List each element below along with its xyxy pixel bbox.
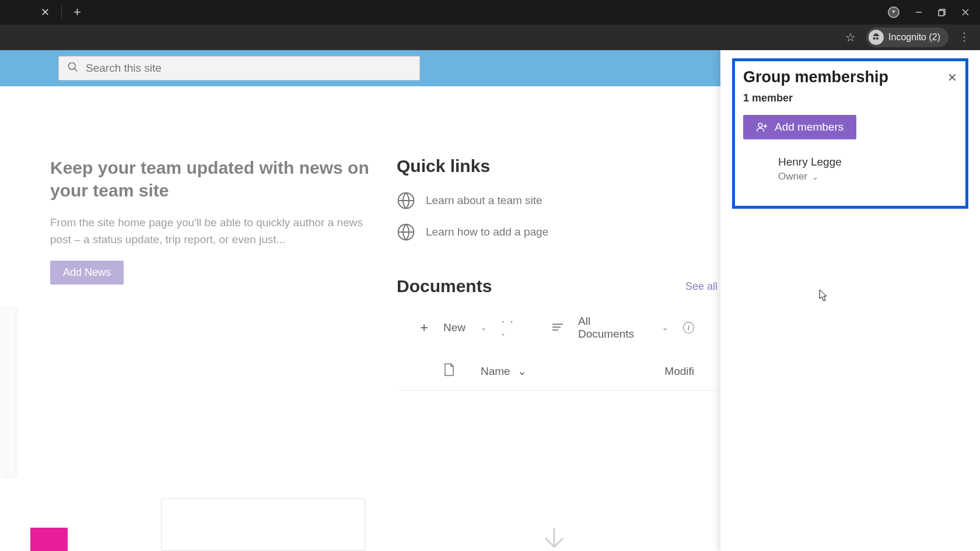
member-name: Henry Legge <box>778 156 842 169</box>
search-input[interactable] <box>86 62 411 75</box>
add-members-label: Add members <box>775 121 844 134</box>
bookmark-star-icon[interactable]: ☆ <box>845 30 856 44</box>
quick-links-title: Quick links <box>397 156 718 176</box>
tabs-area: ✕ + <box>0 0 93 24</box>
browser-tab-bar: ✕ + <box>0 0 980 24</box>
quick-link-item[interactable]: Learn about a team site <box>397 191 718 210</box>
account-menu-icon[interactable] <box>888 6 900 18</box>
mouse-cursor <box>819 289 828 302</box>
browser-menu-icon[interactable]: ⋮ <box>959 36 970 38</box>
globe-icon <box>397 223 415 241</box>
chevron-down-icon[interactable]: ⌄ <box>481 324 487 332</box>
add-news-button[interactable]: Add News <box>50 261 124 285</box>
chevron-down-icon: ⌄ <box>517 364 527 378</box>
news-section: Keep your team updated with news on your… <box>0 156 397 391</box>
search-box[interactable] <box>58 56 420 80</box>
right-column: Quick links Learn about a team site Lear… <box>397 156 718 391</box>
svg-point-15 <box>758 123 762 127</box>
view-lines-icon <box>552 321 563 334</box>
member-role-selector[interactable]: Owner ⌄ <box>778 171 842 183</box>
name-column-header[interactable]: Name ⌄ <box>481 364 641 378</box>
news-heading: Keep your team updated with news on your… <box>50 156 379 202</box>
globe-icon <box>397 191 415 210</box>
svg-rect-2 <box>939 10 944 16</box>
close-panel-icon[interactable]: ✕ <box>947 71 957 85</box>
new-button[interactable]: New <box>443 321 466 334</box>
close-window-button[interactable] <box>961 8 970 16</box>
member-count: 1 member <box>743 92 957 104</box>
window-controls <box>888 6 980 18</box>
view-selector[interactable]: All Documents <box>578 315 647 341</box>
lower-tiles <box>0 499 365 551</box>
member-row[interactable]: Henry Legge Owner ⌄ <box>743 156 957 183</box>
add-members-button[interactable]: Add members <box>743 115 856 139</box>
incognito-label: Incognito (2) <box>888 32 940 43</box>
incognito-badge[interactable]: Incognito (2) <box>866 27 949 47</box>
modified-column-header[interactable]: Modifi <box>664 365 694 378</box>
documents-table-header: Name ⌄ Modifi <box>397 348 718 391</box>
documents-header: Documents See all <box>397 276 718 296</box>
pink-tile <box>30 528 68 551</box>
more-actions-icon[interactable]: · · · <box>502 315 522 341</box>
quick-link-label: Learn how to add a page <box>426 226 548 238</box>
gray-tile[interactable] <box>161 499 365 551</box>
maximize-button[interactable] <box>938 8 946 16</box>
svg-point-5 <box>69 63 76 70</box>
file-type-column-icon[interactable] <box>443 363 457 380</box>
group-membership-panel: Group membership ✕ 1 member Add members … <box>720 50 980 551</box>
browser-toolbar: ☆ Incognito (2) ⋮ <box>0 24 980 50</box>
plus-icon: + <box>420 320 428 336</box>
chevron-down-icon[interactable]: ⌄ <box>662 324 668 332</box>
panel-highlight-box: Group membership ✕ 1 member Add members … <box>732 58 968 209</box>
chevron-down-icon: ⌄ <box>812 173 818 181</box>
download-arrow-icon <box>537 525 572 551</box>
new-tab-button[interactable]: + <box>62 5 93 20</box>
search-icon <box>67 61 79 75</box>
panel-title: Group membership <box>743 68 888 86</box>
documents-title: Documents <box>397 276 492 296</box>
incognito-icon <box>869 30 884 45</box>
quick-link-item[interactable]: Learn how to add a page <box>397 223 718 241</box>
quick-link-label: Learn about a team site <box>426 194 542 207</box>
news-description: From the site home page you'll be able t… <box>50 215 379 248</box>
see-all-link[interactable]: See all <box>685 280 718 293</box>
minimize-button[interactable] <box>915 8 923 16</box>
add-person-icon <box>756 121 768 133</box>
close-tab-icon[interactable]: ✕ <box>29 6 61 19</box>
info-icon[interactable]: i <box>683 322 694 334</box>
documents-toolbar: + New ⌄ · · · All Documents ⌄ i <box>397 308 718 348</box>
svg-line-6 <box>75 69 78 72</box>
page-content: Keep your team updated with news on your… <box>0 50 980 551</box>
